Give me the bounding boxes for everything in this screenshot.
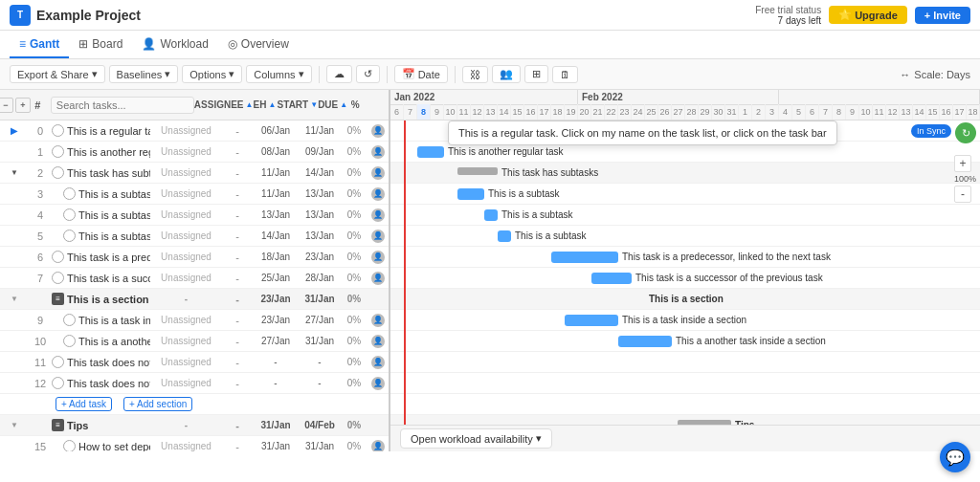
avatar: 👤: [371, 314, 385, 327]
pct-col-header[interactable]: %: [351, 99, 372, 110]
gantt-label: This task is a successor of the previous…: [635, 268, 823, 288]
tab-gantt[interactable]: ≡ Gantt: [10, 31, 69, 58]
gantt-bar[interactable]: [591, 273, 632, 284]
avatar: 👤: [371, 230, 385, 243]
gantt-row[interactable]: [390, 352, 980, 373]
eh-col-header[interactable]: EH ▲: [253, 99, 277, 110]
gantt-row[interactable]: This is a subtask: [390, 205, 980, 226]
avatar: 👤: [371, 377, 385, 390]
table-row[interactable]: 7 This task is a successor of t... Unass…: [0, 268, 389, 289]
export-share-button[interactable]: Export & Share ▾: [10, 65, 105, 83]
gantt-bar[interactable]: [618, 336, 672, 347]
tab-overview[interactable]: ◎ Overview: [218, 31, 299, 58]
gantt-row[interactable]: This task is a predecessor, linked to th…: [390, 247, 980, 268]
link-icon: ⛓: [470, 69, 480, 80]
sort-start-icon: ▼: [310, 100, 318, 109]
open-workload-button[interactable]: Open workload availability ▾: [400, 428, 552, 449]
grid-button[interactable]: ⊞: [524, 65, 548, 83]
day-header: 5: [792, 104, 806, 120]
day-header: 18: [551, 104, 565, 120]
upgrade-button[interactable]: ⭐ Upgrade: [829, 6, 907, 24]
add-task-button[interactable]: + Add task: [56, 397, 112, 411]
columns-button[interactable]: Columns ▾: [246, 65, 311, 83]
gantt-row: [390, 394, 980, 415]
options-button[interactable]: Options ▾: [182, 65, 242, 83]
add-section-button[interactable]: + Add section: [123, 397, 192, 411]
header-left: T Example Project: [10, 5, 141, 26]
check-icon: [52, 356, 64, 368]
gantt-row[interactable]: This is another regular task: [390, 142, 980, 163]
date-button[interactable]: 📅 Date: [394, 65, 448, 83]
table-row[interactable]: ▶ 0 This is a regular task. Click ... Un…: [0, 120, 389, 142]
start-col-header[interactable]: START ▼: [278, 99, 319, 110]
tab-board[interactable]: ⊞ Board: [69, 31, 132, 58]
gantt-icon: ≡: [19, 37, 26, 51]
gantt-bar[interactable]: [565, 315, 618, 326]
search-input[interactable]: [51, 97, 194, 114]
gantt-label: This is a subtask: [515, 226, 586, 246]
grid-icon: ⊞: [532, 68, 541, 80]
gantt-row[interactable]: This is a subtask: [390, 226, 980, 247]
table-row[interactable]: 12 This task does not have dat... Unassi…: [0, 373, 389, 394]
zoom-percent: 100%: [954, 174, 976, 184]
link-button[interactable]: ⛓: [462, 66, 488, 83]
collapse-all-icon[interactable]: −: [0, 98, 13, 113]
bottom-bar: Open workload availability ▾: [390, 425, 980, 451]
table-row[interactable]: 10 This is a another task inside... Unas…: [0, 331, 389, 352]
gantt-row[interactable]: This task is a successor of the previous…: [390, 268, 980, 289]
day-header: 14: [498, 104, 511, 120]
table-row[interactable]: ▼ 2 This task has subtasks Unassigned - …: [0, 163, 389, 184]
zoom-out-button[interactable]: -: [954, 186, 971, 203]
gantt-bar[interactable]: [498, 230, 511, 242]
gantt-row[interactable]: This is a task inside a section: [390, 310, 980, 331]
table-row[interactable]: 9 This is a task inside a section Unassi…: [0, 310, 389, 331]
gantt-row[interactable]: [390, 120, 980, 142]
table-row[interactable]: 11 This task does not have dat... Unassi…: [0, 352, 389, 373]
table-row[interactable]: ▼ ≡ This is a section - - 23/Jan 31/Jan …: [0, 289, 389, 310]
day-header: 23: [618, 104, 632, 120]
table-row[interactable]: 6 This task is a predecessor, li... Unas…: [0, 247, 389, 268]
avatar: 👤: [371, 272, 385, 285]
table-row[interactable]: ▼ ≡ Tips - - 31/Jan 04/Feb 0%: [0, 415, 389, 436]
left-panel: − + # ASSIGNEE ▲ EH ▲ START ▼ DUE: [0, 90, 390, 451]
gantt-bar[interactable]: [551, 252, 618, 263]
table-row[interactable]: 15 How to set dependencies Unassigned - …: [0, 436, 389, 451]
check-icon: [63, 187, 76, 200]
table-row[interactable]: 1 This is another regular task Unassigne…: [0, 142, 389, 163]
gantt-bar[interactable]: [457, 188, 484, 200]
cal-button[interactable]: 🗓: [552, 66, 578, 83]
in-sync-badge: In Sync: [911, 124, 951, 138]
zoom-in-button[interactable]: +: [954, 155, 971, 172]
gantt-bar-tips[interactable]: [678, 420, 731, 425]
gantt-row[interactable]: [390, 373, 980, 394]
toolbar-separator3: [455, 66, 456, 83]
assignee-col-header[interactable]: ASSIGNEE ▲: [194, 99, 254, 110]
gantt-row[interactable]: This a another task inside a section: [390, 331, 980, 352]
day-header: 29: [699, 104, 712, 120]
gantt-bar[interactable]: [457, 167, 498, 175]
day-header: 16: [940, 104, 953, 120]
baselines-button[interactable]: Baselines ▾: [109, 65, 179, 83]
row-expand[interactable]: ▼: [0, 295, 29, 303]
day-header: 4: [779, 104, 792, 120]
row-expand[interactable]: ▼: [0, 168, 29, 177]
sort-due-icon: ▲: [340, 100, 347, 109]
invite-button[interactable]: + Invite: [915, 7, 970, 24]
gantt-row[interactable]: This task has subtasks: [390, 163, 980, 184]
day-header: 8: [417, 104, 431, 120]
table-row[interactable]: 4 This is a subtask Unassigned - 13/Jan …: [0, 205, 389, 226]
sort-icon: ▲: [246, 100, 254, 109]
table-row[interactable]: 5 This is a subtask Unassigned - 14/Jan …: [0, 226, 389, 247]
day-header: 15: [926, 104, 940, 120]
gantt-bar[interactable]: [417, 146, 444, 158]
people-button[interactable]: 👥: [492, 65, 521, 83]
gantt-row[interactable]: This is a subtask: [390, 184, 980, 205]
due-col-header[interactable]: DUE ▲: [318, 99, 351, 110]
table-row[interactable]: 3 This is a subtask Unassigned - 11/Jan …: [0, 184, 389, 205]
cloud-button[interactable]: ☁: [326, 65, 352, 83]
gantt-bar[interactable]: [484, 209, 498, 221]
cloud-icon: ☁: [334, 68, 345, 80]
tab-workload[interactable]: 👤 Workload: [132, 31, 217, 58]
undo-button[interactable]: ↺: [356, 65, 380, 83]
row-expand[interactable]: ▼: [0, 421, 29, 429]
